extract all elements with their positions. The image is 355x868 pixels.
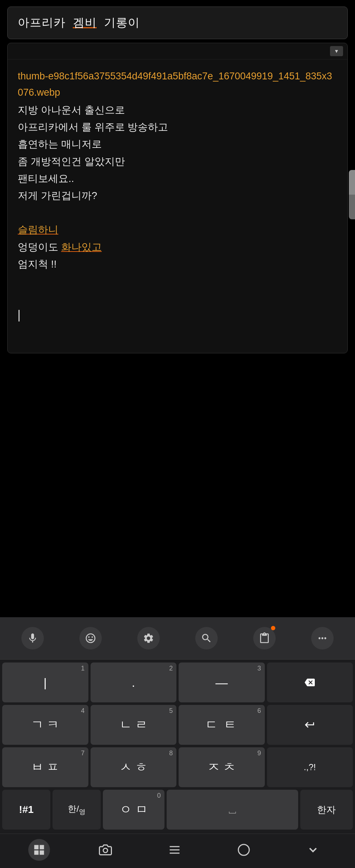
search-icon <box>201 632 212 644</box>
key-dot[interactable]: 2 . <box>91 663 177 702</box>
editor-toolbar: ▼ <box>8 43 347 59</box>
key-dash[interactable]: 3 — <box>179 663 265 702</box>
settings-icon <box>143 632 154 644</box>
editor-container: ▼ thumb-e98c1f56a3755354d49f491a5bf8ac7e… <box>7 43 348 353</box>
text-line-7: 슬림하니 <box>18 221 337 238</box>
more-icon-circle <box>311 627 334 649</box>
emoji-button[interactable] <box>76 624 105 653</box>
clipboard-icon-circle <box>253 627 276 649</box>
notification-dot <box>271 626 275 630</box>
kb-keys: 1 | 2 . 3 — 4 ㄱ ㅋ 5 ㄴ ㄹ <box>0 660 355 834</box>
kb-row-2: 4 ㄱ ㅋ 5 ㄴ ㄹ 6 ㄷ ㅌ <box>2 705 353 745</box>
nav-camera-button[interactable] <box>92 840 119 860</box>
key-gk[interactable]: 4 ㄱ ㅋ <box>2 705 88 745</box>
key-nr[interactable]: 5 ㄴ ㄹ <box>91 705 177 745</box>
key-enter[interactable] <box>267 705 353 745</box>
nav-home-button[interactable] <box>230 840 258 860</box>
text-line-5: 팬티보세요.. <box>18 170 337 187</box>
clipboard-icon <box>259 632 270 644</box>
emoji-icon <box>85 632 96 644</box>
bottom-nav <box>0 834 355 868</box>
title-bar: 아프리카 겜비 기롱이 <box>7 7 348 39</box>
settings-icon-circle <box>137 627 160 649</box>
key-sh[interactable]: 8 ㅅ ㅎ <box>91 747 177 787</box>
key-hanja[interactable]: 한자 <box>300 790 353 830</box>
backspace-icon <box>302 677 317 688</box>
key-pipe[interactable]: 1 | <box>2 663 88 702</box>
settings-button[interactable] <box>134 624 163 653</box>
keyboard-area: 1 | 2 . 3 — 4 ㄱ ㅋ 5 ㄴ ㄹ <box>0 617 355 868</box>
editor-link[interactable]: thumb-e98c1f56a3755354d49f491a5bf8ac7e_1… <box>18 68 337 100</box>
emoji-icon-circle <box>79 627 102 649</box>
svg-point-4 <box>238 844 249 855</box>
more-button[interactable] <box>308 624 337 653</box>
text-line-1: 지방 아나운서 출신으로 <box>18 102 337 119</box>
clipboard-button[interactable] <box>250 624 279 653</box>
side-actions <box>349 170 355 219</box>
menu-icon <box>168 843 181 856</box>
text-line-6: 저게 가린겁니까? <box>18 187 337 204</box>
search-icon-circle <box>195 627 218 649</box>
dropdown-button[interactable]: ▼ <box>330 46 343 56</box>
nav-grid-button[interactable] <box>28 839 50 861</box>
key-numspecial[interactable]: !#1 <box>2 790 50 830</box>
text-line-2: 아프리카에서 룰 위주로 방송하고 <box>18 119 337 136</box>
key-punct[interactable]: .,?! <box>267 747 353 787</box>
edit-button[interactable] <box>349 170 355 195</box>
kb-row-1: 1 | 2 . 3 — <box>2 663 353 702</box>
kb-toolbar <box>0 617 355 660</box>
key-backspace[interactable] <box>267 663 353 702</box>
grid-icon <box>33 843 46 856</box>
search-button[interactable] <box>192 624 221 653</box>
key-om[interactable]: 0 ㅇ ㅁ <box>103 790 164 830</box>
title-text: 아프리카 겜비 기롱이 <box>18 15 140 31</box>
editor-content[interactable]: thumb-e98c1f56a3755354d49f491a5bf8ac7e_1… <box>8 59 347 353</box>
cursor-position <box>18 307 337 323</box>
key-hanen[interactable]: 한/영 <box>53 790 101 830</box>
home-icon <box>237 843 250 856</box>
chevron-down-icon <box>306 843 320 856</box>
mic-icon <box>27 632 38 644</box>
enter-icon <box>302 719 317 731</box>
mic-icon-circle <box>21 627 44 649</box>
mic-button[interactable] <box>18 624 47 653</box>
key-dt[interactable]: 6 ㄷ ㅌ <box>179 705 265 745</box>
kb-row-3: 7 ㅂ ㅍ 8 ㅅ ㅎ 9 ㅈ ㅊ .,?! <box>2 747 353 787</box>
key-bp[interactable]: 7 ㅂ ㅍ <box>2 747 88 787</box>
text-line-3: 흡연하는 매니저로 <box>18 136 337 153</box>
send-button[interactable] <box>349 195 355 219</box>
nav-menu-button[interactable] <box>161 840 188 860</box>
kb-row-4: !#1 한/영 0 ㅇ ㅁ ⎵ 한자 <box>2 790 353 830</box>
svg-point-0 <box>103 848 108 853</box>
key-space[interactable]: ⎵ <box>167 790 298 830</box>
nav-down-button[interactable] <box>299 840 327 860</box>
camera-icon <box>99 843 112 856</box>
more-icon <box>317 632 328 644</box>
key-jc[interactable]: 9 ㅈ ㅊ <box>179 747 265 787</box>
text-line-4: 좀 개방적인건 알았지만 <box>18 153 337 170</box>
text-line-9: 엄지척 !! <box>18 256 337 273</box>
text-line-8: 엉덩이도 화나있고 <box>18 239 337 256</box>
